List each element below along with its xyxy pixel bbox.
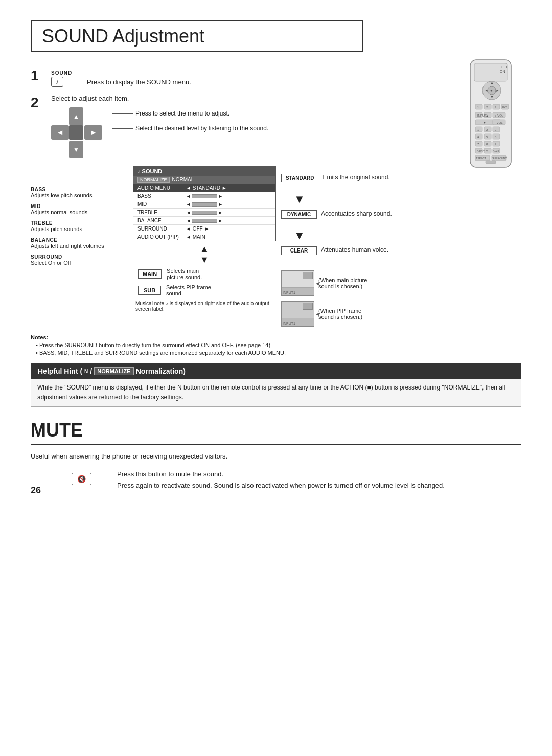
notes-section: Notes: • Press the SURROUND button to di… <box>31 334 521 356</box>
mute-instruction1: Press this button to mute the sound. <box>117 470 445 478</box>
sound-button[interactable]: ♪ <box>51 77 63 87</box>
svg-text:C: C <box>486 150 488 153</box>
menu-row-audio-out: AUDIO OUT (PIP) ◄ MAIN <box>133 233 275 241</box>
mute-button[interactable]: 🔇 <box>72 473 91 485</box>
step1-instruction: Press to display the SOUND menu. <box>87 78 191 86</box>
svg-text:D.EST: D.EST <box>477 150 485 153</box>
down-arrow-right: ▼ <box>281 193 414 206</box>
right-label-dynamic: DYNAMIC Accentuates sharp sound. <box>281 210 414 219</box>
label-mid: MID Adjusts normal sounds <box>31 203 128 215</box>
svg-text:▼: ▼ <box>483 121 486 124</box>
menu-row-audio: AUDIO MENU ◄ STANDARD ► <box>133 184 275 192</box>
right-label-standard: STANDARD Emits the original sound. <box>281 174 414 182</box>
label-balance: BALANCE Adjusts left and right volumes <box>31 237 128 249</box>
page-number: 26 <box>31 485 41 496</box>
menu-row-bass: BASS ◄ ► <box>133 192 275 200</box>
label-treble: TREBLE Adjusts pitch sounds <box>31 220 128 232</box>
svg-text:▲: ▲ <box>490 81 494 84</box>
remote-control-image: OFF ON ● ▲ ▼ ◄ ► 1 2 3 PC <box>460 57 521 170</box>
thumbnail-section: INPUT1 ◄ (When main picture sound is cho… <box>281 270 414 327</box>
menu-row-balance: BALANCE ◄ ► <box>133 217 275 225</box>
menu-header: ♪ SOUND <box>133 167 275 176</box>
svg-text:PC: PC <box>502 106 507 109</box>
sound-label: SOUND <box>51 70 521 76</box>
note-text: Musical note ♪ is displayed on right sid… <box>133 301 276 312</box>
up-down-arrows: ▲ ▼ <box>133 244 276 265</box>
mute-instruction2: Press again to reactivate sound. Sound i… <box>117 480 445 491</box>
step2-annotation1: Press to select the menu to adjust. <box>112 110 268 117</box>
step2-instruction1: Select to adjust each item. <box>51 95 521 102</box>
svg-text:▼: ▼ <box>490 95 494 99</box>
svg-text:SURROUND: SURROUND <box>492 157 507 160</box>
svg-text:+ VOL: + VOL <box>495 114 504 117</box>
page-title: SOUND Adjustment <box>31 20 363 52</box>
sound-menu: ♪ SOUND NORMALIZE NORMAL AUDIO MENU ◄ ST… <box>133 166 276 241</box>
menu-row-surround: SURROUND ◄ OFF ► <box>133 225 275 233</box>
svg-text:●: ● <box>490 88 493 93</box>
label-bass: BASS Adjusts low pitch sounds <box>31 187 128 198</box>
step2-annotation2: Select the desired level by listening to… <box>112 125 268 132</box>
menu-row-mid: MID ◄ ► <box>133 200 275 209</box>
svg-text:►: ► <box>496 89 499 93</box>
menu-row-treble: TREBLE ◄ ► <box>133 209 275 217</box>
svg-text:ASPECT: ASPECT <box>476 157 486 160</box>
label-surround: SURROUND Select On or Off <box>31 254 128 266</box>
step1-number: 1 <box>31 67 51 84</box>
main-sub-section: MAIN Selects main picture sound. SUB Sel… <box>133 268 276 296</box>
step2-number: 2 <box>31 95 51 111</box>
down-arrow-right2: ▼ <box>281 229 414 242</box>
svg-rect-57 <box>486 161 496 164</box>
dpad: ▲ ▼ ◀ ▶ <box>51 107 102 158</box>
right-label-clear: CLEAR Attenuates human voice. <box>281 246 414 255</box>
svg-text:OFF: OFF <box>501 65 508 69</box>
menu-normalize-row: NORMALIZE NORMAL <box>133 176 275 184</box>
svg-text:◄: ◄ <box>485 89 488 93</box>
svg-text:ON: ON <box>500 70 505 73</box>
svg-text:▲: ▲ <box>486 114 489 117</box>
svg-text:D.ALL: D.ALL <box>493 150 500 153</box>
helpful-hint-body: While the "SOUND" menu is displayed, if … <box>31 379 521 407</box>
helpful-hint-section: Helpful Hint ( N / NORMALIZE Normalizati… <box>31 363 521 407</box>
svg-text:- VOL: - VOL <box>495 121 503 124</box>
